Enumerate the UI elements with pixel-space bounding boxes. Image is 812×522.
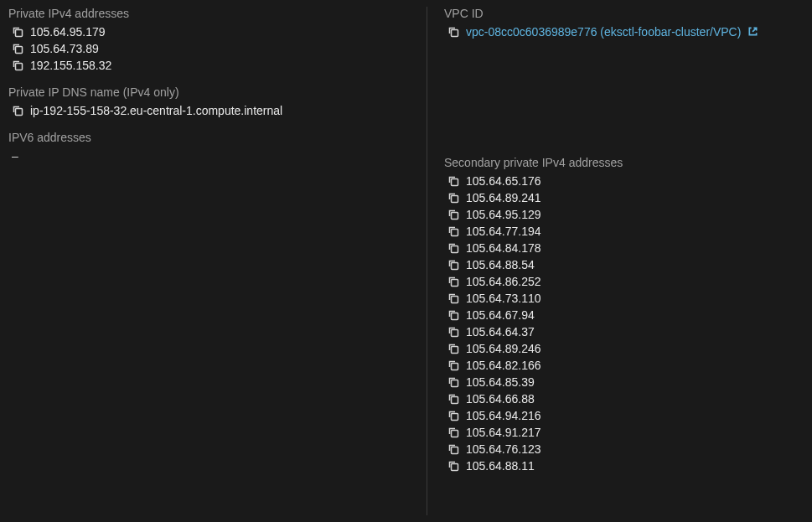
list-item: 105.64.89.241 xyxy=(444,191,787,204)
ipv6-section: IPV6 addresses – xyxy=(8,131,410,163)
list-item: 105.64.76.123 xyxy=(444,442,787,456)
ip-value: 105.64.76.123 xyxy=(466,442,541,456)
copy-icon[interactable] xyxy=(447,242,459,254)
vpc-value: vpc-08cc0c6036989e776 (eksctl-foobar-clu… xyxy=(466,25,741,39)
copy-icon[interactable] xyxy=(12,43,23,54)
vpc-label: VPC ID xyxy=(444,7,787,20)
copy-icon[interactable] xyxy=(447,259,459,271)
ip-value: 105.64.88.11 xyxy=(466,459,535,473)
ip-value: 105.64.73.89 xyxy=(30,42,99,55)
list-item: 105.64.88.11 xyxy=(444,459,787,473)
copy-icon[interactable] xyxy=(447,225,459,237)
copy-icon[interactable] xyxy=(447,309,459,321)
list-item: 105.64.95.179 xyxy=(8,25,410,39)
list-item: 105.64.95.129 xyxy=(444,208,787,221)
copy-icon[interactable] xyxy=(447,443,459,455)
private-ipv4-section: Private IPv4 addresses 105.64.95.179105.… xyxy=(8,7,410,72)
ip-value: 192.155.158.32 xyxy=(30,59,111,72)
list-item: 105.64.64.37 xyxy=(444,325,787,339)
copy-icon[interactable] xyxy=(447,460,459,472)
ip-value: 105.64.64.37 xyxy=(466,325,535,339)
ip-value: 105.64.67.94 xyxy=(466,308,535,322)
copy-icon[interactable] xyxy=(12,105,23,116)
copy-icon[interactable] xyxy=(447,276,459,287)
ipv6-value: – xyxy=(8,149,410,163)
list-item: 105.64.91.217 xyxy=(444,426,787,439)
private-dns-label: Private IP DNS name (IPv4 only) xyxy=(8,85,410,99)
ip-value: 105.64.89.246 xyxy=(466,342,541,355)
list-item: 105.64.89.246 xyxy=(444,342,787,355)
list-item: 105.64.67.94 xyxy=(444,308,787,322)
copy-icon[interactable] xyxy=(447,426,459,438)
copy-icon[interactable] xyxy=(12,26,23,38)
ip-value: 105.64.94.216 xyxy=(466,409,541,422)
external-link-icon xyxy=(747,26,758,37)
list-item: 105.64.88.54 xyxy=(444,258,787,271)
ip-value: 105.64.84.178 xyxy=(466,241,541,255)
secondary-ipv4-label: Secondary private IPv4 addresses xyxy=(444,156,787,169)
copy-icon[interactable] xyxy=(447,359,459,371)
vpc-section: VPC ID vpc-08cc0c6036989e776 (eksctl-foo… xyxy=(444,7,787,39)
copy-icon[interactable] xyxy=(447,376,459,388)
private-dns-section: Private IP DNS name (IPv4 only) ip-192-1… xyxy=(8,85,410,117)
list-item: 105.64.84.178 xyxy=(444,241,787,255)
ip-value: 105.64.95.179 xyxy=(30,25,106,39)
list-item: 105.64.86.252 xyxy=(444,275,787,288)
ip-value: 105.64.82.166 xyxy=(466,359,541,372)
ip-value: 105.64.86.252 xyxy=(466,275,541,288)
ip-value: 105.64.95.129 xyxy=(466,208,541,221)
private-ipv4-label: Private IPv4 addresses xyxy=(8,7,410,20)
copy-icon[interactable] xyxy=(447,26,459,38)
list-item: 105.64.82.166 xyxy=(444,359,787,372)
copy-icon[interactable] xyxy=(447,326,459,338)
ip-value: 105.64.66.88 xyxy=(466,392,535,406)
list-item: 105.64.66.88 xyxy=(444,392,787,406)
ip-value: 105.64.91.217 xyxy=(466,426,541,439)
ip-value: 105.64.88.54 xyxy=(466,258,535,271)
list-item: 105.64.73.110 xyxy=(444,292,787,305)
copy-icon[interactable] xyxy=(447,410,459,421)
ip-value: 105.64.77.194 xyxy=(466,225,541,238)
vpc-link[interactable]: vpc-08cc0c6036989e776 (eksctl-foobar-clu… xyxy=(466,25,758,39)
copy-icon[interactable] xyxy=(447,292,459,304)
list-item: 105.64.85.39 xyxy=(444,375,787,389)
private-dns-value: ip-192-155-158-32.eu-central-1.compute.i… xyxy=(30,104,282,117)
ip-value: 105.64.85.39 xyxy=(466,375,535,389)
copy-icon[interactable] xyxy=(447,175,459,187)
list-item: 105.64.77.194 xyxy=(444,225,787,238)
copy-icon[interactable] xyxy=(447,192,459,204)
private-dns-row: ip-192-155-158-32.eu-central-1.compute.i… xyxy=(8,104,410,117)
copy-icon[interactable] xyxy=(12,59,23,71)
copy-icon[interactable] xyxy=(447,393,459,405)
list-item: 105.64.73.89 xyxy=(8,42,410,55)
list-item: 192.155.158.32 xyxy=(8,59,410,72)
secondary-ipv4-section: Secondary private IPv4 addresses 105.64.… xyxy=(444,156,787,473)
ip-value: 105.64.65.176 xyxy=(466,174,541,188)
ip-value: 105.64.89.241 xyxy=(466,191,541,204)
ip-value: 105.64.73.110 xyxy=(466,292,541,305)
list-item: 105.64.94.216 xyxy=(444,409,787,422)
vpc-row: vpc-08cc0c6036989e776 (eksctl-foobar-clu… xyxy=(444,25,787,39)
copy-icon[interactable] xyxy=(447,209,459,220)
copy-icon[interactable] xyxy=(447,343,459,354)
ipv6-label: IPV6 addresses xyxy=(8,131,410,144)
list-item: 105.64.65.176 xyxy=(444,174,787,188)
